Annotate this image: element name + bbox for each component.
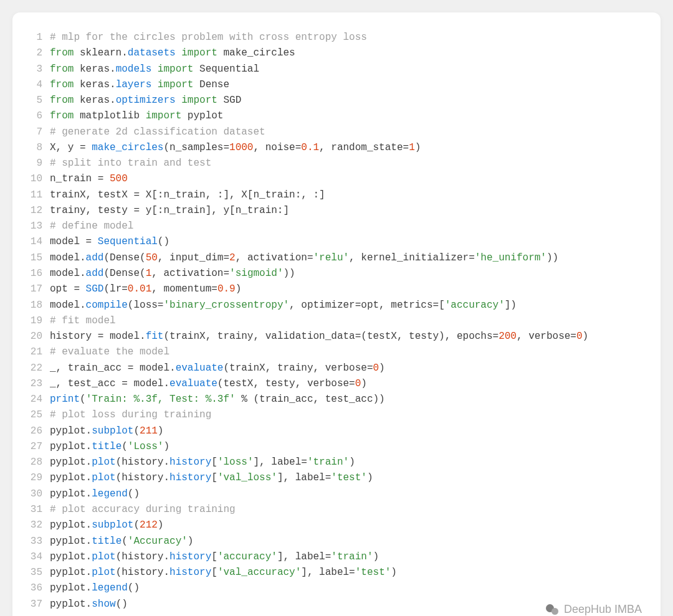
line-code: print('Train: %.3f, Test: %.3f' % (train… xyxy=(50,392,648,407)
line-number: 10 xyxy=(19,171,50,187)
line-number: 21 xyxy=(19,344,50,360)
line-number: 33 xyxy=(19,534,50,549)
line-code: # fit model xyxy=(50,313,648,329)
line-number: 22 xyxy=(19,361,50,376)
line-code: n_train = 500 xyxy=(50,171,648,187)
code-line: 18model.compile(loss='binary_crossentrop… xyxy=(19,298,648,313)
line-number: 4 xyxy=(19,77,50,93)
watermark-text: DeepHub IMBA xyxy=(564,603,642,616)
line-code: pyplot.subplot(211) xyxy=(50,424,648,439)
code-line: 14model = Sequential() xyxy=(19,234,648,250)
line-number: 7 xyxy=(19,125,50,140)
line-number: 31 xyxy=(19,502,50,518)
line-code: from sklearn.datasets import make_circle… xyxy=(50,45,648,61)
code-line: 26pyplot.subplot(211) xyxy=(19,424,648,439)
code-line: 35pyplot.plot(history.history['val_accur… xyxy=(19,565,648,580)
line-number: 1 xyxy=(19,30,50,45)
code-line: 8X, y = make_circles(n_samples=1000, noi… xyxy=(19,140,648,156)
line-number: 15 xyxy=(19,250,50,266)
code-line: 32pyplot.subplot(212) xyxy=(19,518,648,533)
line-code: from keras.optimizers import SGD xyxy=(50,93,648,108)
line-number: 26 xyxy=(19,424,50,439)
line-code: X, y = make_circles(n_samples=1000, nois… xyxy=(50,140,648,156)
line-number: 29 xyxy=(19,470,50,486)
code-line: 29pyplot.plot(history.history['val_loss'… xyxy=(19,470,648,486)
code-line: 15model.add(Dense(50, input_dim=2, activ… xyxy=(19,250,648,266)
code-line: 3from keras.models import Sequential xyxy=(19,62,648,77)
code-line: 10n_train = 500 xyxy=(19,171,648,187)
code-line: 4from keras.layers import Dense xyxy=(19,77,648,93)
code-line: 33pyplot.title('Accuracy') xyxy=(19,534,648,549)
line-code: from matplotlib import pyplot xyxy=(50,108,648,124)
line-number: 23 xyxy=(19,376,50,392)
line-number: 36 xyxy=(19,580,50,596)
code-line: 22_, train_acc = model.evaluate(trainX, … xyxy=(19,361,648,376)
line-number: 5 xyxy=(19,93,50,108)
line-number: 12 xyxy=(19,203,50,219)
line-number: 18 xyxy=(19,298,50,313)
line-code: model.add(Dense(1, activation='sigmoid')… xyxy=(50,266,648,282)
code-line: 5from keras.optimizers import SGD xyxy=(19,93,648,108)
code-card: 1# mlp for the circles problem with cros… xyxy=(12,12,661,616)
line-number: 13 xyxy=(19,219,50,234)
line-number: 11 xyxy=(19,187,50,203)
code-line: 13# define model xyxy=(19,219,648,234)
line-number: 14 xyxy=(19,234,50,250)
line-code: history = model.fit(trainX, trainy, vali… xyxy=(50,329,648,344)
code-line: 9# split into train and test xyxy=(19,156,648,171)
line-code: model = Sequential() xyxy=(50,234,648,250)
code-line: 2from sklearn.datasets import make_circl… xyxy=(19,45,648,61)
line-number: 27 xyxy=(19,439,50,455)
line-number: 34 xyxy=(19,549,50,565)
line-code: model.add(Dense(50, input_dim=2, activat… xyxy=(50,250,648,266)
code-line: 28pyplot.plot(history.history['loss'], l… xyxy=(19,455,648,470)
line-code: trainy, testy = y[:n_train], y[n_train:] xyxy=(50,203,648,219)
line-code: pyplot.plot(history.history['val_accurac… xyxy=(50,565,648,580)
code-line: 17opt = SGD(lr=0.01, momentum=0.9) xyxy=(19,282,648,297)
line-code: pyplot.legend() xyxy=(50,580,648,596)
code-line: 24print('Train: %.3f, Test: %.3f' % (tra… xyxy=(19,392,648,407)
line-number: 37 xyxy=(19,597,50,612)
code-line: 21# evaluate the model xyxy=(19,344,648,360)
line-number: 32 xyxy=(19,518,50,533)
line-number: 28 xyxy=(19,455,50,470)
code-line: 25# plot loss during training xyxy=(19,407,648,423)
line-number: 19 xyxy=(19,313,50,329)
line-code: # evaluate the model xyxy=(50,344,648,360)
line-code: pyplot.plot(history.history['val_loss'],… xyxy=(50,470,648,486)
watermark: DeepHub IMBA xyxy=(545,602,642,616)
line-code: opt = SGD(lr=0.01, momentum=0.9) xyxy=(50,282,648,297)
line-code: _, train_acc = model.evaluate(trainX, tr… xyxy=(50,361,648,376)
line-code: # plot accuracy during training xyxy=(50,502,648,518)
code-line: 16model.add(Dense(1, activation='sigmoid… xyxy=(19,266,648,282)
wechat-icon xyxy=(545,602,560,616)
line-number: 8 xyxy=(19,140,50,156)
line-code: model.compile(loss='binary_crossentropy'… xyxy=(50,298,648,313)
line-number: 17 xyxy=(19,282,50,297)
line-number: 9 xyxy=(19,156,50,171)
line-number: 30 xyxy=(19,486,50,502)
line-code: # mlp for the circles problem with cross… xyxy=(50,30,648,45)
code-line: 12trainy, testy = y[:n_train], y[n_train… xyxy=(19,203,648,219)
code-line: 23_, test_acc = model.evaluate(testX, te… xyxy=(19,376,648,392)
line-code: trainX, testX = X[:n_train, :], X[n_trai… xyxy=(50,187,648,203)
line-number: 25 xyxy=(19,407,50,423)
code-line: 30pyplot.legend() xyxy=(19,486,648,502)
line-code: pyplot.plot(history.history['loss'], lab… xyxy=(50,455,648,470)
line-number: 20 xyxy=(19,329,50,344)
line-number: 24 xyxy=(19,392,50,407)
line-number: 16 xyxy=(19,266,50,282)
line-code: pyplot.subplot(212) xyxy=(50,518,648,533)
line-number: 2 xyxy=(19,45,50,61)
line-code: # generate 2d classification dataset xyxy=(50,125,648,140)
code-line: 6from matplotlib import pyplot xyxy=(19,108,648,124)
code-line: 20history = model.fit(trainX, trainy, va… xyxy=(19,329,648,344)
code-line: 11trainX, testX = X[:n_train, :], X[n_tr… xyxy=(19,187,648,203)
line-code: pyplot.title('Accuracy') xyxy=(50,534,648,549)
line-code: _, test_acc = model.evaluate(testX, test… xyxy=(50,376,648,392)
code-line: 19# fit model xyxy=(19,313,648,329)
line-code: pyplot.title('Loss') xyxy=(50,439,648,455)
code-line: 36pyplot.legend() xyxy=(19,580,648,596)
line-code: # define model xyxy=(50,219,648,234)
code-block: 1# mlp for the circles problem with cros… xyxy=(19,30,648,612)
